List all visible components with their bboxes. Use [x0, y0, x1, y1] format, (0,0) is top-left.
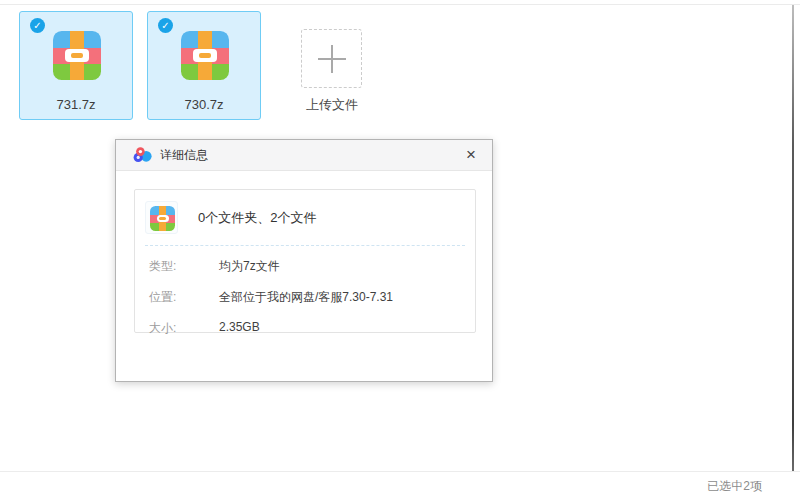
netdisk-logo-icon	[133, 147, 152, 163]
file-name: 730.7z	[148, 97, 260, 112]
file-tile-730[interactable]: ✓ 730.7z	[147, 11, 261, 120]
upload-file-label[interactable]: 上传文件	[286, 96, 378, 114]
row-label: 大小:	[149, 320, 219, 337]
file-tile-731[interactable]: ✓ 731.7z	[19, 11, 133, 120]
status-bar: 已选中2项	[0, 471, 800, 502]
archive-mini-icon-card	[145, 201, 178, 234]
row-label: 类型:	[149, 258, 219, 275]
detail-row-type: 类型: 均为7z文件	[149, 258, 461, 275]
file-name: 731.7z	[20, 97, 132, 112]
summary-text: 0个文件夹、2个文件	[198, 209, 316, 227]
detail-rows: 类型: 均为7z文件 位置: 全部位于我的网盘/客服7.30-7.31 大小: …	[135, 246, 475, 337]
selected-check-icon[interactable]: ✓	[158, 18, 173, 33]
window-edge-line	[792, 5, 794, 471]
archive-file-icon	[53, 31, 101, 80]
selected-check-icon[interactable]: ✓	[30, 18, 45, 33]
dialog-titlebar[interactable]: 详细信息 ×	[116, 140, 492, 171]
upload-file-button[interactable]	[301, 29, 362, 88]
close-icon[interactable]: ×	[460, 144, 482, 166]
detail-row-size: 大小: 2.35GB	[149, 320, 461, 337]
file-manager-page: ✓ 731.7z ✓ 730.7z 上传文件	[0, 0, 800, 502]
row-value: 全部位于我的网盘/客服7.30-7.31	[219, 289, 393, 306]
archive-file-icon	[150, 206, 175, 231]
selection-summary: 0个文件夹、2个文件	[135, 190, 475, 245]
details-panel: 0个文件夹、2个文件 类型: 均为7z文件 位置: 全部位于我的网盘/客服7.3…	[134, 189, 476, 333]
top-divider	[0, 4, 800, 5]
row-label: 位置:	[149, 289, 219, 306]
plus-icon	[318, 45, 346, 73]
detail-row-location: 位置: 全部位于我的网盘/客服7.30-7.31	[149, 289, 461, 306]
archive-file-icon	[181, 31, 229, 80]
row-value: 均为7z文件	[219, 258, 280, 275]
row-value: 2.35GB	[219, 320, 260, 337]
selection-count-text: 已选中2项	[707, 478, 762, 495]
details-dialog: 详细信息 × 0个文件夹、2个文件 类型:	[115, 139, 493, 382]
dialog-title: 详细信息	[160, 147, 208, 164]
